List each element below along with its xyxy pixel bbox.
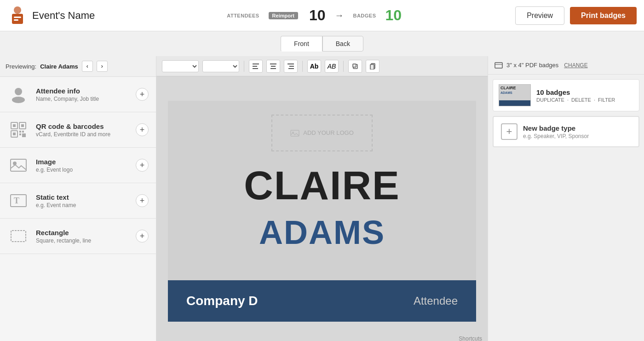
print-badges-button[interactable]: Print badges <box>570 7 637 24</box>
qr-code-add-button[interactable]: + <box>136 123 149 136</box>
badge-footer: Company D Attendee <box>168 280 476 322</box>
font-size-select[interactable] <box>202 60 239 72</box>
attendee-info-title: Attendee info <box>36 87 129 95</box>
app-header: Event's Name ATTENDEES Reimport 10 → BAD… <box>0 0 644 31</box>
toolbar-divider-3 <box>343 61 344 72</box>
badge-thumb-last-name: ADAMS <box>499 91 530 94</box>
badge-logo-placeholder[interactable]: ADD YOUR LOGO <box>271 115 373 151</box>
tab-front[interactable]: Front <box>281 36 322 52</box>
rectangle-add-button[interactable]: + <box>136 230 149 243</box>
qr-code-text: QR code & barcodes vCard, Eventbrite ID … <box>36 122 129 138</box>
sidebar-item-image[interactable]: Image e.g. Event logo + <box>0 148 156 183</box>
attendees-count: 10 <box>309 7 326 24</box>
canvas-area: Ab AB <box>156 56 488 341</box>
svg-rect-31 <box>353 64 356 67</box>
font-bold-button[interactable]: Ab <box>307 60 321 73</box>
svg-rect-24 <box>270 64 276 64</box>
shortcuts-link[interactable]: Shortcuts <box>459 335 482 341</box>
image-title: Image <box>36 158 129 166</box>
align-left-button[interactable] <box>249 60 263 73</box>
svg-rect-21 <box>253 64 259 64</box>
delete-link[interactable]: DELETE <box>571 97 591 103</box>
rectangle-title: Rectangle <box>36 229 129 237</box>
badges-group: BADGES <box>353 13 376 18</box>
logo-placeholder-text: ADD YOUR LOGO <box>303 129 354 136</box>
static-text-add-button[interactable]: + <box>136 194 149 207</box>
canvas-content: ADD YOUR LOGO CLAIRE ADAMS Company D Att… <box>156 76 488 341</box>
badges-count: 10 <box>385 7 402 24</box>
image-add-button[interactable]: + <box>136 159 149 172</box>
change-badge-size-link[interactable]: CHANGE <box>564 62 587 69</box>
rectangle-subtitle: Square, rectangle, line <box>36 237 129 244</box>
header-actions: Preview Print badges <box>515 6 637 25</box>
svg-rect-27 <box>288 64 294 64</box>
header-stats: ATTENDEES Reimport 10 → BADGES 10 <box>113 7 515 24</box>
new-badge-type-card[interactable]: + New badge type e.g. Speaker, VIP, Spon… <box>493 116 639 147</box>
badge-thumb-first-name: CLAIRE <box>499 85 530 91</box>
badge-thumbnail: CLAIRE ADAMS <box>499 84 531 106</box>
qr-code-title: QR code & barcodes <box>36 122 129 130</box>
new-badge-text: New badge type e.g. Speaker, VIP, Sponso… <box>523 124 631 139</box>
badge-size-header: 3" x 4" PDF badges CHANGE <box>488 56 644 75</box>
attendee-info-add-button[interactable]: + <box>136 88 149 101</box>
badge-type-info: 10 badges DUPLICATE · DELETE · FILTER <box>536 88 633 103</box>
toolbar-divider-2 <box>302 61 303 72</box>
arrow-right-icon: → <box>334 10 344 21</box>
left-sidebar: Previewing: Claire Adams ‹ › Attendee in… <box>0 56 156 341</box>
attendees-label: ATTENDEES <box>227 13 259 18</box>
duplicate-link[interactable]: DUPLICATE <box>536 97 564 103</box>
attendees-group: ATTENDEES <box>227 13 259 18</box>
sidebar-item-attendee-info[interactable]: Attendee info Name, Company, Job title + <box>0 77 156 112</box>
font-italic-button[interactable]: AB <box>325 60 339 73</box>
svg-rect-15 <box>22 133 26 137</box>
badge-type-card[interactable]: CLAIRE ADAMS 10 badges DUPLICATE · DELET… <box>493 79 639 111</box>
svg-rect-13 <box>22 131 24 133</box>
preview-attendee-name: Claire Adams <box>40 63 78 70</box>
badge-size-text: 3" x 4" PDF badges <box>506 62 558 69</box>
sidebar-item-static-text[interactable]: T Static text e.g. Event name + <box>0 183 156 219</box>
main-layout: Previewing: Claire Adams ‹ › Attendee in… <box>0 56 644 341</box>
preview-button[interactable]: Preview <box>515 6 564 25</box>
tab-back[interactable]: Back <box>322 36 363 52</box>
svg-rect-9 <box>21 124 24 127</box>
svg-rect-22 <box>253 66 257 67</box>
static-text-text: Static text e.g. Event name <box>36 193 129 208</box>
attendee-info-subtitle: Name, Company, Job title <box>36 96 129 102</box>
svg-rect-25 <box>271 66 276 67</box>
svg-rect-2 <box>14 17 21 18</box>
badge-canvas[interactable]: ADD YOUR LOGO CLAIRE ADAMS Company D Att… <box>168 101 476 322</box>
svg-rect-28 <box>289 66 294 67</box>
image-subtitle: e.g. Event logo <box>36 167 129 173</box>
svg-rect-1 <box>12 14 23 24</box>
preview-prev-button[interactable]: ‹ <box>82 61 93 72</box>
badge-role: Attendee <box>414 295 458 307</box>
canvas-toolbar: Ab AB <box>156 56 488 76</box>
new-badge-title: New badge type <box>523 124 631 132</box>
logo-area: Event's Name <box>7 6 95 26</box>
svg-rect-26 <box>270 68 276 69</box>
align-right-button[interactable] <box>284 60 298 73</box>
svg-rect-12 <box>19 131 21 133</box>
align-center-button[interactable] <box>266 60 280 73</box>
preview-next-button[interactable]: › <box>97 61 108 72</box>
qr-code-icon <box>7 119 29 141</box>
qr-code-subtitle: vCard, Eventbrite ID and more <box>36 131 129 138</box>
badge-size-icon <box>494 62 503 69</box>
badges-label: BADGES <box>353 13 376 18</box>
svg-rect-33 <box>370 64 374 69</box>
svg-rect-14 <box>19 133 21 135</box>
copy-button[interactable] <box>348 60 362 73</box>
reimport-badge[interactable]: Reimport <box>269 12 298 19</box>
sidebar-item-rectangle[interactable]: Rectangle Square, rectangle, line + <box>0 219 156 254</box>
image-icon <box>7 154 29 176</box>
font-family-select[interactable] <box>162 60 199 72</box>
filter-link[interactable]: FILTER <box>598 97 615 103</box>
svg-rect-3 <box>14 19 18 21</box>
tab-bar: Front Back <box>0 31 644 56</box>
static-text-subtitle: e.g. Event name <box>36 202 129 208</box>
preview-bar: Previewing: Claire Adams ‹ › <box>0 56 156 77</box>
new-badge-plus-icon: + <box>501 123 518 140</box>
sidebar-item-qr-code[interactable]: QR code & barcodes vCard, Eventbrite ID … <box>0 112 156 148</box>
new-badge-subtitle: e.g. Speaker, VIP, Sponsor <box>523 133 631 139</box>
paste-button[interactable] <box>366 60 380 73</box>
